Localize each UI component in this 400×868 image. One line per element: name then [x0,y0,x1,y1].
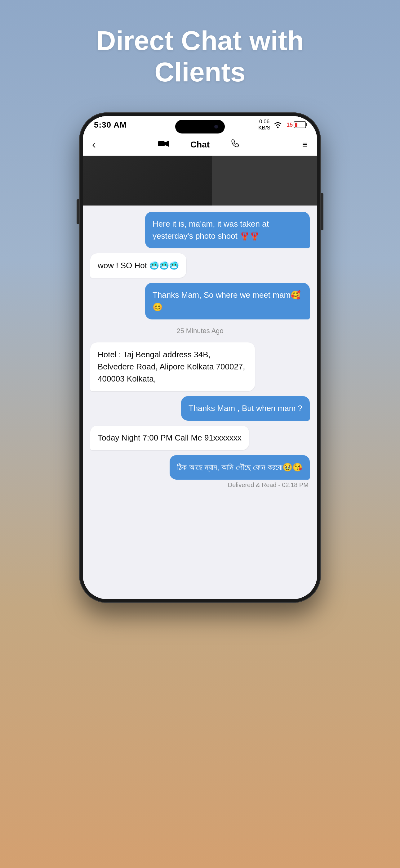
message-row-5: Hotel : Taj Bengal address 34B, Belveder… [90,342,310,391]
status-time: 5:30 AM [94,120,127,130]
message-row-2: wow ! SO Hot 🥶🥶🥶 [90,253,310,278]
message-bubble-6: Thanks Mam , But when mam ? [181,396,310,421]
messages-container: Here it is, ma'am, it was taken at yeste… [83,206,317,495]
menu-icon[interactable]: ≡ [302,140,308,150]
phone-call-icon[interactable] [231,139,240,150]
message-bubble-7: Today Night 7:00 PM Call Me 91xxxxxxx [90,426,249,450]
phone-screen: 5:30 AM 0.06 KB/S 15 [83,116,317,599]
svg-point-0 [277,127,278,128]
phone-container: 5:30 AM 0.06 KB/S 15 [79,113,321,603]
message-row-6: Thanks Mam , But when mam ? [90,396,310,421]
nav-bar: ‹ Chat ≡ [83,133,317,156]
delivered-status: Delivered & Read - 02:18 PM [228,482,308,489]
profile-photo-inner [212,156,317,206]
screen-inner: 5:30 AM 0.06 KB/S 15 [83,116,317,599]
message-row-1: Here it is, ma'am, it was taken at yeste… [90,212,310,248]
chat-area: Here it is, ma'am, it was taken at yeste… [83,156,317,599]
message-bubble-2: wow ! SO Hot 🥶🥶🥶 [90,253,186,278]
message-bubble-1: Here it is, ma'am, it was taken at yeste… [145,212,310,248]
battery-level-text: 15 [287,122,293,128]
svg-marker-2 [165,141,169,147]
back-button[interactable]: ‹ [92,138,96,151]
nav-title: Chat [190,140,210,150]
data-speed: 0.06 KB/S [258,119,270,131]
status-right: 0.06 KB/S 15 [258,119,306,131]
battery-container: 15 [285,121,306,128]
dynamic-island [175,120,225,133]
video-call-icon[interactable] [158,140,169,150]
message-bubble-3: Thanks Mam, So where we meet mam🥰😊 [145,283,310,319]
svg-rect-1 [158,141,165,146]
wifi-icon [273,121,282,128]
message-row-8: ঠিক আছে ম্যাম, আমি পৌঁছে ফোন করবো🥹😘 Deli… [90,455,310,489]
message-bubble-8: ঠিক আছে ম্যাম, আমি পৌঁছে ফোন করবো🥹😘 [170,455,310,479]
profile-photo-area [83,156,317,206]
battery-icon [294,121,306,128]
message-bubble-5: Hotel : Taj Bengal address 34B, Belveder… [90,342,255,391]
message-row-7: Today Night 7:00 PM Call Me 91xxxxxxx [90,426,310,450]
message-row-3: Thanks Mam, So where we meet mam🥰😊 [90,283,310,319]
time-divider: 25 Minutes Ago [90,327,310,335]
page-title: Direct Chat with Clients [61,25,339,88]
